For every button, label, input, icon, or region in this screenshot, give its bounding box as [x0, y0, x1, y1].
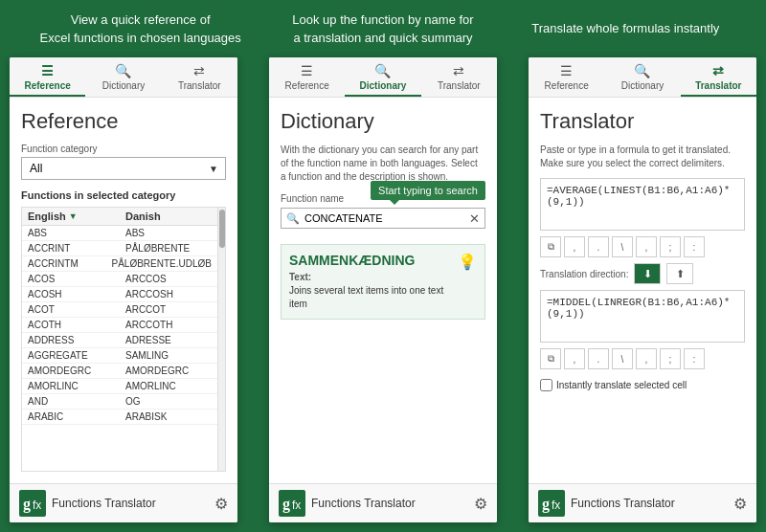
formula-output-box[interactable]: =MIDDEL(LINREGR(B1:B6,A1:A6)*(9,1)) — [540, 290, 745, 343]
clear-icon[interactable]: ✕ — [469, 211, 480, 226]
tab-reference-label: Reference — [24, 80, 70, 91]
svg-text:g: g — [282, 496, 290, 513]
dictionary-tab-icon-2: 🔍 — [374, 63, 391, 78]
table-row[interactable]: AMORDEGRCAMORDEGRC — [22, 364, 217, 379]
func-english: ARABIC — [22, 410, 120, 424]
functions-header: English ▼ Danish — [22, 208, 217, 226]
table-row[interactable]: ACOTHARCCOTH — [22, 318, 217, 333]
comma-btn-2[interactable]: , — [636, 236, 657, 257]
sort-arrow-icon: ▼ — [69, 211, 78, 221]
table-row[interactable]: ADDRESSADRESSE — [22, 333, 217, 348]
table-row[interactable]: ACOTARCCOT — [22, 302, 217, 318]
func-english: ABS — [22, 226, 120, 240]
tab-bar-translator: ☰ Reference 🔍 Dictionary ⇄ Translator — [529, 57, 756, 98]
table-row[interactable]: ANDOG — [22, 394, 217, 410]
tab-dictionary-label-3: Dictionary — [621, 80, 664, 91]
dictionary-title: Dictionary — [281, 109, 485, 134]
tab-dictionary-label-1: Dictionary — [102, 80, 145, 91]
dot-btn-1[interactable]: . — [588, 236, 609, 257]
func-danish: ADRESSE — [120, 333, 217, 347]
comma-btn-4[interactable]: , — [636, 348, 657, 369]
svg-text:g: g — [23, 496, 31, 513]
instant-translate-checkbox[interactable] — [540, 379, 552, 391]
tab-reference-trans[interactable]: ☰ Reference — [529, 57, 604, 97]
tab-translator[interactable]: ⇄ Translator — [681, 57, 756, 97]
tab-translator-dict[interactable]: ⇄ Translator — [421, 57, 497, 97]
func-danish: ARCCOTH — [120, 318, 217, 332]
dir-btn-right[interactable]: ⬆ — [666, 263, 693, 284]
tab-dictionary-trans[interactable]: 🔍 Dictionary — [604, 57, 680, 97]
caption-1: View a quick reference of Excel function… — [35, 11, 246, 48]
reference-footer: g fx Functions Translator ⚙ — [10, 483, 237, 522]
scroll-thumb — [219, 210, 225, 248]
tab-dictionary-ref[interactable]: 🔍 Dictionary — [85, 57, 161, 97]
gear-icon-3[interactable]: ⚙ — [733, 495, 747, 513]
result-card[interactable]: SAMMENKÆDNING Text: Joins several text i… — [281, 244, 485, 320]
table-row[interactable]: ACOSHARCCOSH — [22, 287, 217, 302]
colon-btn-2[interactable]: : — [684, 348, 705, 369]
search-input[interactable] — [281, 208, 485, 229]
checkbox-row: Instantly translate selected cell — [540, 379, 745, 391]
svg-text:fx: fx — [33, 499, 41, 512]
backslash-btn-2[interactable]: \ — [612, 348, 633, 369]
colon-btn-1[interactable]: : — [684, 236, 705, 257]
reference-title: Reference — [21, 109, 226, 134]
backslash-btn-1[interactable]: \ — [612, 236, 633, 257]
func-danish: SAMLING — [120, 348, 217, 363]
translator-content: Translator Paste or type in a formula to… — [529, 98, 756, 483]
comma-btn-1[interactable]: , — [564, 236, 585, 257]
dictionary-description: With the dictionary you can search for a… — [281, 144, 485, 184]
tab-reference[interactable]: ☰ Reference — [10, 57, 85, 97]
gear-icon-2[interactable]: ⚙ — [474, 495, 487, 513]
dir-btn-left[interactable]: ⬇ — [634, 263, 661, 284]
table-row[interactable]: ABSABS — [22, 226, 217, 241]
scrollbar[interactable] — [217, 208, 225, 471]
translator-footer: g fx Functions Translator ⚙ — [529, 483, 756, 522]
dot-btn-2[interactable]: . — [588, 348, 609, 369]
copy-icon-btn-2[interactable]: ⧉ — [540, 348, 561, 369]
tab-translator-ref[interactable]: ⇄ Translator — [162, 57, 237, 97]
func-english: ACOTH — [22, 318, 120, 332]
tab-bar-dictionary: ☰ Reference 🔍 Dictionary ⇄ Translator — [269, 57, 497, 98]
table-row[interactable]: ACOSARCCOS — [22, 272, 217, 287]
tab-reference-label-2: Reference — [285, 80, 329, 91]
table-row[interactable]: ACCRINTMPÅLØBRENTE.UDLØB — [22, 256, 217, 272]
checkbox-label: Instantly translate selected cell — [556, 380, 687, 390]
translator-tab-icon-1: ⇄ — [193, 63, 205, 78]
category-select[interactable]: All — [21, 157, 226, 180]
func-english: ACOT — [22, 302, 120, 317]
logo-svg-1: g fx — [19, 490, 46, 517]
gear-icon-1[interactable]: ⚙ — [214, 495, 228, 513]
footer-title-1: Functions Translator — [52, 497, 209, 510]
func-danish: PÅLØBRENTE.UDLØB — [106, 256, 217, 271]
logo-svg-2: g fx — [279, 490, 305, 517]
formula-buttons-1: ⧉ , . \ , ; : — [540, 236, 745, 257]
formula-input-box[interactable]: =AVERAGE(LINEST(B1:B6,A1:A6)*(9,1)) — [540, 178, 745, 231]
functions-label: Functions in selected category — [21, 189, 226, 201]
translator-tab-icon-3: ⇄ — [712, 63, 724, 78]
table-row[interactable]: ARABICARABISK — [22, 410, 217, 425]
direction-section: Translation direction: ⬇ ⬆ — [540, 263, 745, 284]
table-row[interactable]: AGGREGATESAMLING — [22, 348, 217, 364]
col-english: English ▼ — [22, 208, 120, 225]
tab-dictionary[interactable]: 🔍 Dictionary — [345, 57, 420, 97]
semicolon-btn-1[interactable]: ; — [660, 236, 681, 257]
dictionary-panel: ☰ Reference 🔍 Dictionary ⇄ Translator Di… — [269, 57, 497, 522]
func-english: AND — [22, 394, 120, 409]
table-row[interactable]: AMORLINCAMORLINC — [22, 379, 217, 394]
footer-logo-3: g fx — [538, 490, 565, 517]
func-english: ACOS — [22, 272, 120, 286]
reference-tab-icon-2: ☰ — [301, 63, 313, 78]
func-danish: ARABISK — [120, 410, 217, 424]
footer-title-2: Functions Translator — [311, 497, 468, 510]
tab-reference-dict[interactable]: ☰ Reference — [269, 57, 345, 97]
func-danish: AMORLINC — [120, 379, 217, 393]
func-danish: OG — [120, 394, 217, 409]
direction-label: Translation direction: — [540, 269, 628, 279]
comma-btn-3[interactable]: , — [564, 348, 585, 369]
copy-icon-btn[interactable]: ⧉ — [540, 236, 561, 257]
result-card-body: SAMMENKÆDNING Text: Joins several text i… — [289, 253, 454, 311]
table-row[interactable]: ACCRINTPÅLØBRENTE — [22, 241, 217, 256]
semicolon-btn-2[interactable]: ; — [660, 348, 681, 369]
func-danish: ABS — [120, 226, 217, 240]
